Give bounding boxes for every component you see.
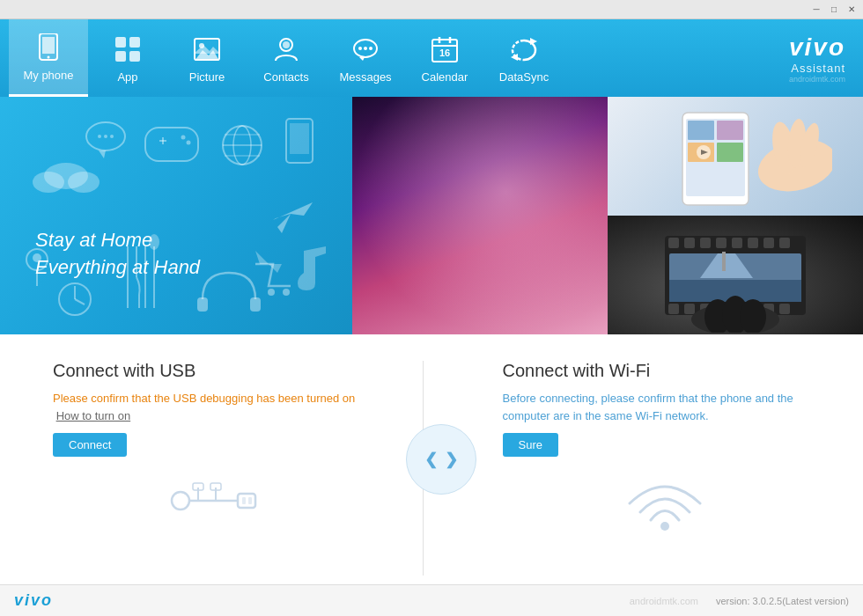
svg-rect-66: [717, 143, 743, 162]
nav-label-picture: Picture: [189, 70, 225, 84]
svg-point-35: [223, 126, 262, 165]
connect-wifi-panel: Connect with Wi-Fi Before connecting, pl…: [450, 361, 864, 576]
datasync-icon: [508, 33, 540, 65]
svg-point-23: [86, 122, 125, 150]
svg-rect-55: [197, 297, 208, 312]
banner-right: [352, 97, 863, 334]
wifi-title: Connect with Wi-Fi: [503, 361, 829, 381]
connect-usb-panel: Connect with USB Please confirm that the…: [0, 361, 414, 576]
logo-text: vivo: [789, 33, 845, 62]
logo-watermark: androidmtk.com: [789, 75, 845, 84]
svg-point-43: [283, 289, 290, 296]
svg-point-29: [68, 172, 100, 193]
nav-label-messages: Messages: [339, 70, 391, 84]
nav-label-contacts: Contacts: [263, 70, 308, 84]
usb-description: Please confirm that the USB debugging ha…: [53, 390, 379, 424]
svg-rect-89: [779, 304, 790, 314]
close-button[interactable]: ✕: [844, 3, 859, 17]
nav-label-my-phone: My phone: [23, 69, 73, 82]
nav-item-my-phone[interactable]: My phone: [9, 19, 88, 97]
svg-rect-1: [42, 37, 55, 54]
connect-wifi-button[interactable]: Sure: [503, 433, 558, 457]
how-to-turn-on-link[interactable]: How to turn on: [56, 409, 131, 422]
svg-point-14: [364, 47, 367, 50]
svg-rect-83: [684, 304, 695, 314]
svg-rect-5: [115, 51, 126, 62]
nav-item-datasync[interactable]: DataSync: [484, 19, 564, 97]
footer-version: version: 3.0.2.5(Latest version): [716, 596, 849, 606]
banner-photo-film: [608, 216, 863, 334]
nav-label-app: App: [117, 70, 137, 84]
connect-usb-button[interactable]: Connect: [53, 433, 127, 457]
phone-icon: [33, 32, 64, 63]
minimize-button[interactable]: ─: [808, 3, 824, 17]
svg-point-36: [233, 126, 251, 165]
wifi-description: Before connecting, please confirm that t…: [503, 390, 829, 424]
svg-line-49: [75, 299, 85, 304]
logo-assistant: Assistant: [791, 62, 845, 75]
svg-rect-77: [779, 238, 790, 248]
svg-point-34: [187, 141, 191, 145]
banner-area: Stay at Home Everything at Hand: [0, 97, 863, 334]
svg-point-15: [369, 47, 372, 50]
banner-photo-concert: [352, 97, 608, 334]
messages-icon: [350, 33, 381, 65]
svg-point-26: [110, 135, 114, 138]
usb-icon-area: [53, 474, 379, 527]
svg-point-11: [283, 41, 290, 48]
svg-rect-72: [700, 238, 711, 248]
svg-rect-96: [238, 494, 255, 508]
wifi-icon-area: [503, 474, 829, 527]
nav-item-app[interactable]: App: [88, 19, 167, 97]
svg-rect-4: [129, 37, 140, 48]
svg-point-103: [660, 522, 669, 531]
svg-point-25: [104, 135, 107, 138]
svg-rect-3: [115, 37, 126, 48]
svg-point-13: [358, 47, 362, 50]
svg-rect-81: [722, 252, 726, 271]
next-arrow-icon[interactable]: ❯: [445, 450, 458, 469]
nav-item-picture[interactable]: Picture: [167, 19, 247, 97]
prev-arrow-icon[interactable]: ❮: [424, 450, 438, 469]
picture-icon: [191, 33, 223, 65]
svg-rect-82: [668, 304, 679, 314]
svg-rect-74: [732, 238, 742, 248]
svg-rect-63: [688, 121, 714, 140]
nav-label-datasync: DataSync: [499, 70, 549, 84]
svg-marker-44: [255, 251, 282, 273]
banner-photo-phone: [608, 97, 863, 216]
svg-rect-98: [248, 497, 252, 504]
title-bar: ─ □ ✕: [0, 0, 863, 19]
nav-bar: My phone App: [0, 19, 863, 97]
svg-rect-30: [145, 128, 198, 161]
contacts-icon: [270, 33, 302, 65]
usb-desc-text: Please confirm that the USB debugging ha…: [53, 392, 355, 405]
nav-item-contacts[interactable]: Contacts: [247, 19, 326, 97]
banner-decorations: [0, 97, 352, 334]
svg-point-28: [33, 172, 64, 193]
svg-point-94: [172, 492, 189, 510]
nav-item-calendar[interactable]: 16 Calendar: [405, 19, 484, 97]
svg-rect-56: [250, 297, 261, 312]
svg-point-47: [59, 283, 91, 315]
banner-line2: Everything at Hand: [35, 254, 200, 282]
calendar-icon: 16: [429, 33, 461, 65]
svg-point-33: [181, 136, 186, 140]
nav-label-calendar: Calendar: [422, 70, 468, 84]
banner-text: Stay at Home Everything at Hand: [35, 227, 200, 282]
footer: vivo androidmtk.com version: 3.0.2.5(Lat…: [0, 584, 863, 616]
footer-watermark: androidmtk.com: [630, 596, 698, 606]
connect-section: Connect with USB Please confirm that the…: [0, 334, 863, 584]
svg-rect-41: [290, 123, 309, 154]
usb-title: Connect with USB: [53, 361, 379, 381]
svg-point-24: [98, 135, 101, 138]
nav-item-messages[interactable]: Messages: [326, 19, 405, 97]
footer-logo: vivo: [14, 591, 53, 610]
carousel-nav-circle[interactable]: ❮ ❯: [406, 424, 476, 495]
restore-button[interactable]: □: [826, 3, 842, 17]
svg-point-27: [44, 163, 88, 189]
svg-rect-40: [286, 119, 313, 163]
app-icon: [112, 33, 144, 65]
svg-rect-73: [716, 238, 727, 248]
svg-rect-70: [668, 238, 679, 248]
